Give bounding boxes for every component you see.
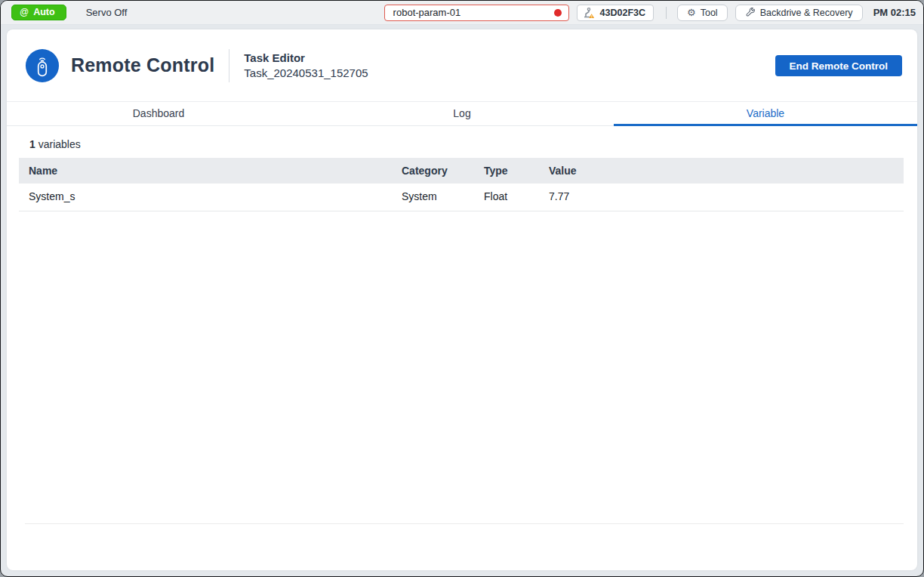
- top-status-bar: @ Auto Servo Off robot-param-01 43D02F3C: [1, 1, 923, 25]
- variable-count-suffix: variables: [35, 138, 81, 150]
- remote-control-panel: Remote Control Task Editor Task_20240531…: [7, 29, 917, 570]
- tab-variable[interactable]: Variable: [614, 102, 917, 126]
- topbar-divider: [666, 7, 667, 19]
- gear-icon: ⚙: [687, 8, 696, 17]
- tool-button-label: Tool: [701, 8, 718, 18]
- tab-bar: Dashboard Log Variable: [7, 101, 917, 126]
- topbar-left-group: @ Auto Servo Off: [11, 5, 127, 20]
- content-bottom-divider: [25, 523, 904, 524]
- cell-value: 7.77: [539, 184, 904, 211]
- cell-category: System: [392, 184, 474, 211]
- robot-id-label: 43D02F3C: [600, 8, 645, 18]
- auto-mode-label: Auto: [33, 7, 54, 17]
- backdrive-button-label: Backdrive & Recovery: [760, 8, 853, 18]
- content-spacer: [19, 211, 904, 523]
- cell-type: Float: [474, 184, 539, 211]
- robot-arm-warning-icon: [582, 7, 596, 19]
- variable-count-number: 1: [29, 138, 35, 150]
- variable-tab-content: 1 variables Name Category Type Value Sys…: [7, 138, 917, 524]
- tool-button[interactable]: ⚙ Tool: [677, 5, 728, 21]
- panel-header: Remote Control Task Editor Task_20240531…: [7, 29, 917, 101]
- robot-id-badge[interactable]: 43D02F3C: [577, 5, 654, 21]
- page-title: Remote Control: [71, 54, 214, 76]
- variable-count: 1 variables: [29, 138, 904, 150]
- cell-name: System_s: [19, 184, 392, 211]
- tab-dashboard[interactable]: Dashboard: [7, 102, 310, 126]
- topbar-center-group: robot-param-01 43D02F3C: [384, 5, 654, 21]
- wrench-icon: [745, 8, 756, 18]
- robot-param-label: robot-param-01: [393, 7, 461, 18]
- column-header-name: Name: [19, 158, 392, 184]
- auto-mode-badge[interactable]: @ Auto: [11, 5, 66, 20]
- tab-log[interactable]: Log: [310, 102, 614, 126]
- column-header-type: Type: [474, 158, 539, 184]
- backdrive-recovery-button[interactable]: Backdrive & Recovery: [735, 5, 863, 21]
- clock-label: PM 02:15: [873, 7, 916, 18]
- table-header-row: Name Category Type Value: [19, 158, 904, 184]
- header-divider: [229, 49, 229, 82]
- app-window: @ Auto Servo Off robot-param-01 43D02F3C: [0, 0, 924, 577]
- task-info: Task Editor Task_20240531_152705: [244, 51, 368, 79]
- variables-table: Name Category Type Value System_s System…: [19, 158, 904, 211]
- table-row[interactable]: System_s System Float 7.77: [19, 184, 904, 211]
- servo-status-label: Servo Off: [86, 7, 128, 18]
- auto-mode-icon: @: [20, 7, 29, 17]
- task-editor-label: Task Editor: [244, 51, 368, 64]
- column-header-value: Value: [539, 158, 904, 184]
- column-header-category: Category: [392, 158, 474, 184]
- alert-red-dot-icon: [554, 9, 562, 17]
- robot-param-selector[interactable]: robot-param-01: [384, 5, 569, 21]
- task-name-label: Task_20240531_152705: [244, 66, 368, 79]
- topbar-right-group: ⚙ Tool Backdrive & Recovery PM 02:15: [663, 5, 916, 21]
- remote-control-icon: [25, 48, 60, 83]
- end-remote-control-button[interactable]: End Remote Control: [775, 55, 903, 76]
